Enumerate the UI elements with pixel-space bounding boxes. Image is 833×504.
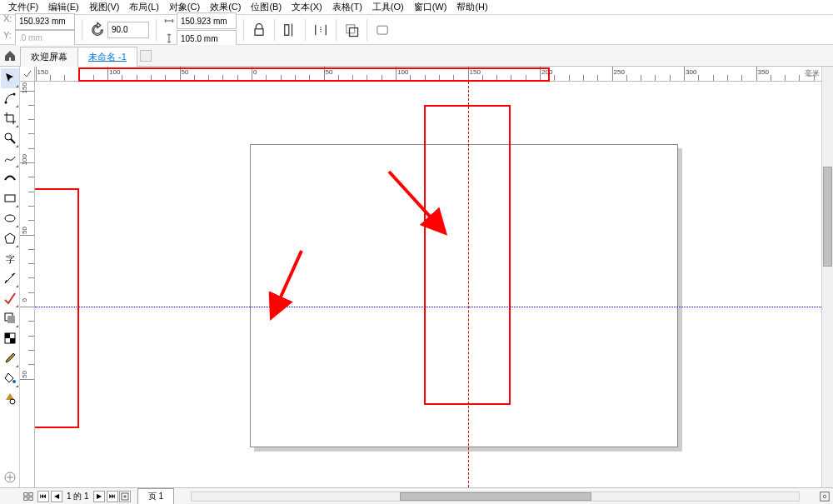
menu-file[interactable]: 文件(F) [3,1,43,13]
tab-welcome[interactable]: 欢迎屏幕 [20,47,78,67]
x-position-input[interactable] [15,13,75,30]
size-controls [163,12,237,47]
menu-help[interactable]: 帮助(H) [451,1,492,13]
lock-icon[interactable] [251,22,267,38]
scroll-thumb[interactable] [823,167,832,267]
rotation-controls [89,22,149,38]
connector-tool[interactable] [1,288,19,308]
nav-window-icon[interactable] [816,488,833,505]
separator [243,19,244,41]
page-tab-1[interactable]: 页 1 [137,488,174,504]
height-icon [163,33,175,43]
canvas-wrap: 毫米 15010050050100150200250300350400 [35,67,821,487]
tab-untitled[interactable]: 未命名 -1 [77,47,137,67]
menu-view[interactable]: 视图(V) [84,1,125,13]
svg-rect-1 [285,24,289,35]
first-page-button[interactable]: ⏮ [37,491,49,502]
horizontal-ruler[interactable]: 毫米 15010050050100150200250300350400 [35,67,821,82]
vertical-scrollbar[interactable] [822,67,833,487]
polygon-tool[interactable] [1,228,19,248]
svg-rect-7 [350,27,358,36]
right-scrollbar-area [821,67,833,487]
horizontal-scrollbar[interactable] [191,492,800,502]
separator [305,19,306,41]
ruler-unit-label: 毫米 [805,68,820,79]
rotation-input[interactable] [107,22,149,38]
add-page-button[interactable] [119,491,131,502]
svg-rect-33 [29,492,32,496]
menu-text[interactable]: 文本(X) [287,1,327,13]
drawing-page[interactable] [250,144,678,447]
property-bar: X: Y: [0,15,833,45]
align-icon[interactable] [282,22,298,38]
copy-props-icon[interactable] [374,22,391,38]
menu-layout[interactable]: 布局(L) [124,1,163,13]
document-tabs: 欢迎屏幕 未命名 -1 [0,45,833,67]
x-label: X: [3,13,13,30]
menu-bar: 文件(F) 编辑(E) 视图(V) 布局(L) 对象(C) 效果(C) 位图(B… [0,0,833,15]
svg-point-11 [5,133,12,140]
hscroll-thumb[interactable] [400,492,591,501]
height-input[interactable] [177,30,237,47]
vertical-ruler[interactable]: 50050100150 [20,67,35,487]
menu-window[interactable]: 窗口(W) [409,1,452,13]
vertical-guide[interactable] [468,82,469,487]
page-sorter-icon[interactable] [20,488,37,505]
status-bar: ⏮ ◀ 1 的 1 ▶ ⏭ 页 1 [0,487,833,504]
tab-close-button[interactable] [140,50,152,62]
fill-tool[interactable] [1,368,19,388]
svg-point-40 [823,495,826,498]
svg-rect-32 [24,492,27,496]
svg-text:字: 字 [6,254,15,264]
crop-tool[interactable] [1,108,19,128]
workspace: 50050100150 毫米 1501005005010015020025030… [20,67,833,487]
menu-tools[interactable]: 工具(O) [367,1,409,13]
canvas[interactable] [35,82,821,487]
shape-tool[interactable] [1,88,19,108]
last-page-button[interactable]: ⏭ [107,491,118,502]
svg-rect-0 [255,28,263,35]
home-icon[interactable] [3,49,17,62]
main-area: 字 50050100150 毫米 15010050050100150200250… [0,67,833,487]
drop-shadow-tool[interactable] [1,308,19,328]
menu-effects[interactable]: 效果(C) [205,1,246,13]
svg-rect-6 [347,24,355,32]
pick-tool[interactable] [1,68,19,88]
dimension-tool[interactable] [1,268,19,288]
rectangle-tool[interactable] [1,188,19,208]
transparency-tool[interactable] [1,328,19,348]
menu-bitmap[interactable]: 位图(B) [246,1,287,13]
zoom-tool[interactable] [1,128,19,148]
separator [82,19,82,41]
menu-edit[interactable]: 编辑(E) [43,1,84,13]
horizontal-guide[interactable] [35,307,821,307]
ruler-corner[interactable] [20,67,35,82]
svg-point-9 [4,102,7,104]
separator [274,19,275,41]
svg-rect-21 [7,316,15,323]
y-position-input[interactable] [15,30,75,47]
width-input[interactable] [177,12,237,29]
next-page-button[interactable]: ▶ [93,491,105,502]
separator [367,19,367,41]
page-counter: 1 的 1 [67,491,89,502]
menu-object[interactable]: 对象(C) [164,1,205,13]
svg-rect-39 [821,492,830,501]
quick-customize-icon[interactable] [1,467,19,487]
separator [336,19,337,41]
menu-table[interactable]: 表格(T) [327,1,367,13]
freehand-tool[interactable] [1,148,19,168]
eyedropper-tool[interactable] [1,348,19,368]
svg-point-25 [12,380,16,383]
artistic-media-tool[interactable] [1,168,19,188]
duplicate-icon[interactable] [343,22,360,38]
toolbox: 字 [0,67,20,487]
separator [156,19,157,41]
ellipse-tool[interactable] [1,208,19,228]
svg-rect-23 [5,333,10,338]
smart-fill-tool[interactable] [1,388,19,408]
distribute-icon[interactable] [312,22,329,38]
prev-page-button[interactable]: ◀ [51,491,62,502]
text-tool[interactable]: 字 [1,248,19,268]
annotation-box-toolbox [35,188,79,428]
